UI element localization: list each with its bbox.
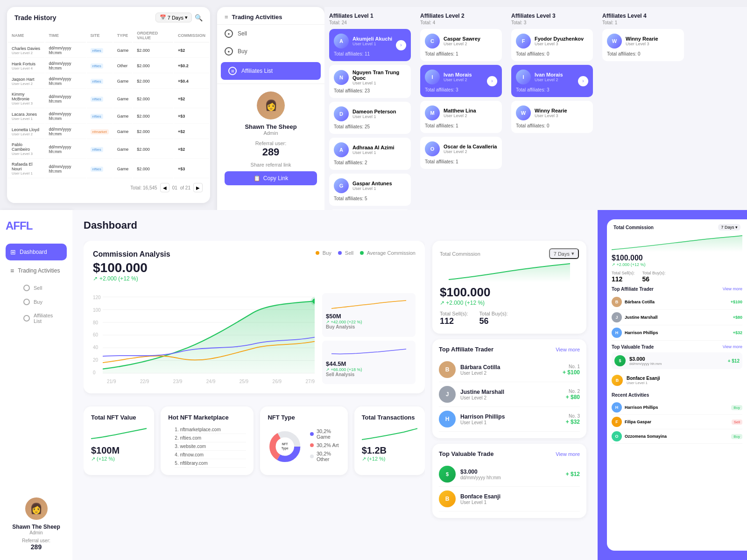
- nft-type-title: NFT Type: [268, 414, 340, 421]
- aff-name: Nguyen Tran Trung Quoc: [352, 70, 406, 81]
- table-row: Jaqson HartUser Level 2 dd/mm/yyyy hh:mm…: [8, 74, 209, 89]
- overlay-inner: Total Commission 7 Days ▾: [607, 219, 747, 551]
- aff-card[interactable]: W Winny Rearie User Level 3 Total affili…: [602, 29, 684, 61]
- aff-level: User Level 2: [444, 77, 472, 82]
- sidebar-item-sell[interactable]: Sell: [19, 281, 67, 295]
- aff-avatar: I: [425, 70, 440, 84]
- aff-card[interactable]: A Adhraaa Al Azimi User Level 1 Total af…: [329, 138, 411, 170]
- trader-rank-1: No. 2: [566, 389, 580, 394]
- table-row: Kimmy McBronieUser Level 3 dd/mm/yyyy hh…: [8, 90, 209, 108]
- calendar-filter-btn[interactable]: 📅 7 Days ▾: [155, 13, 192, 22]
- search-icon-btn[interactable]: 🔍: [195, 14, 203, 21]
- aff-name: Oscar de la Cavalleria: [444, 144, 497, 149]
- trader-level-1: User Level 2: [460, 395, 561, 400]
- table-row: Leonetta LloydUser Level 2 dd/mm/yyyy hh…: [8, 125, 209, 139]
- site-tag: nfties: [91, 114, 103, 119]
- commission-cell: +$0.2: [174, 59, 209, 73]
- sidebar-item-buy[interactable]: Buy: [19, 295, 67, 309]
- trader-commission-2: + $32: [566, 419, 580, 425]
- aff-card[interactable]: O Oscar de la Cavalleria User Level 2 To…: [420, 137, 502, 169]
- affiliates-icon: ⊞: [228, 67, 237, 75]
- menu-affiliates-list[interactable]: ⊞ Affiliates List: [221, 62, 321, 80]
- commission-value: $100.000: [93, 260, 170, 275]
- time-cell: dd/mm/yyyy hh:mm: [45, 109, 86, 124]
- aff-card[interactable]: M Matthew Lina User Level 2 Total affili…: [420, 101, 502, 133]
- page-title: Dashboard: [84, 219, 586, 231]
- sell-analysis-card: $44.5M ↗ +66.000 (+18 %) Sell Analysis: [322, 341, 416, 385]
- marketplace-item: 2. nfties.com: [175, 434, 246, 442]
- sidebar-trading-label: Trading Activities: [18, 267, 60, 274]
- trader-rank-2: No. 3: [566, 413, 580, 419]
- aff-total: Total affiliates: 0: [607, 51, 679, 56]
- aff-card[interactable]: C Caspar Sawrey User Level 2 Total affil…: [420, 29, 502, 61]
- next-page-btn[interactable]: ▶: [193, 183, 203, 192]
- top-trade-avatar: $: [439, 466, 456, 483]
- logo: AFFL: [6, 219, 67, 232]
- aff-card[interactable]: G Gaspar Antunes User Level 1 Total affi…: [329, 174, 411, 206]
- total-nft-value: $100M: [91, 445, 147, 456]
- commission-title: Commission Analysis: [93, 250, 170, 259]
- marketplace-list: 1. nftmarketplace.com2. nfties.com3. web…: [168, 426, 246, 468]
- aff-card[interactable]: I Ivan Morais User Level 2 Total affilia…: [511, 65, 593, 97]
- affiliates-level4-col: Affiliates Level 4 Total: 1 W Winny Rear…: [598, 7, 689, 217]
- overlay-view-more-traders[interactable]: View more: [723, 287, 742, 292]
- top-trader-view-more[interactable]: View more: [556, 347, 580, 352]
- sidebar-item-trading[interactable]: ≡ Trading Activities: [6, 262, 67, 279]
- period-selector[interactable]: 7 Days ▾: [549, 248, 579, 259]
- aff-card[interactable]: F Fyodor Dyuzhenkov User Level 3 Total a…: [511, 29, 593, 61]
- aff-card[interactable]: N Nguyen Tran Trung Quoc User Level 1 To…: [329, 65, 411, 98]
- aff-card[interactable]: D Dameon Peterson User Level 1 Total aff…: [329, 102, 411, 134]
- overlay-period-btn[interactable]: 7 Days ▾: [718, 224, 740, 231]
- trader-avatar-2: H: [439, 411, 456, 427]
- aff-name: Akumjeli Akuchi: [352, 36, 392, 42]
- aff-card[interactable]: W Winny Rearie User Level 3 Total affili…: [511, 101, 593, 133]
- activity-name-1: Filipa Gaspar: [625, 420, 729, 424]
- activity-action-1: Sell: [732, 420, 742, 425]
- aff-card[interactable]: A Akumjeli Akuchi User Level 1 Total aff…: [329, 29, 411, 61]
- aff-total: Total affiliates: 0: [516, 51, 588, 56]
- nft-row: Total NFT Value $100M ↗ (+12 %) Hot NFT …: [84, 406, 425, 475]
- menu-buy[interactable]: ● Buy: [217, 42, 324, 60]
- prev-page-btn[interactable]: ◀: [160, 183, 169, 192]
- time-cell: dd/mm/yyyy hh:mm: [45, 43, 86, 58]
- level4-title: Affiliates Level 4: [602, 13, 684, 19]
- affiliates-level2-col: Affiliates Level 2 Total: 4 C Caspar Saw…: [416, 7, 507, 217]
- top-trade-change: + $12: [566, 471, 580, 477]
- value-cell: $2.000: [133, 59, 173, 73]
- aff-level: User Level 3: [535, 113, 567, 118]
- commission-cell: +$3: [174, 160, 209, 178]
- aff-card[interactable]: I Ivan Morais User Level 2 Total affilia…: [420, 65, 502, 97]
- type-cell: Game: [113, 160, 133, 178]
- aff-total: Total affiliates: 1: [425, 51, 497, 56]
- aff-avatar: W: [516, 105, 531, 120]
- commission-cell: +$3: [174, 109, 209, 124]
- top-trade-view-more[interactable]: View more: [556, 451, 580, 457]
- overlay-view-more-trades[interactable]: View more: [723, 344, 742, 350]
- menu-sell[interactable]: ● Sell: [217, 25, 324, 42]
- buy-label: Buy: [238, 48, 247, 55]
- trader-level-0: User Level 2: [460, 371, 558, 376]
- total-commission-change: ↗ +2.000 (+12 %): [440, 300, 579, 306]
- table-row: Rafaeda El NouriUser Level 1 dd/mm/yyyy …: [8, 160, 209, 178]
- site-tag: nfties: [91, 167, 103, 172]
- total-buys-value: 56: [479, 316, 508, 326]
- overlay-buys-label: Total Buy(s):: [642, 271, 666, 275]
- sidebar-item-dashboard[interactable]: ⊞ Dashboard: [6, 244, 67, 260]
- aff-level: User Level 2: [444, 149, 497, 154]
- trader-name-cell: Lacara Jones: [12, 112, 41, 117]
- referral-value: 289: [225, 146, 317, 158]
- sidebar-item-affiliates[interactable]: Affiliates List: [19, 309, 67, 328]
- sell-sub-icon: [23, 285, 30, 291]
- marketplace-item: 1. nftmarketplace.com: [175, 426, 246, 434]
- time-cell: dd/mm/yyyy hh:mm: [45, 125, 86, 139]
- col-time: TIME: [45, 29, 86, 42]
- trader-commission-0: + $100: [563, 369, 580, 376]
- aff-total: Total affiliates: 0: [516, 123, 588, 128]
- copy-link-btn[interactable]: 📋 Copy Link: [225, 171, 317, 185]
- aff-level: User Level 1: [352, 150, 395, 155]
- overlay-trade-date: dd/mm/yyyy hh:mm: [629, 362, 724, 366]
- overlay-trader-avatar-2: H: [612, 328, 622, 338]
- aff-avatar: F: [516, 34, 531, 49]
- aff-avatar: N: [334, 70, 349, 85]
- affiliates-label: Affiliates List: [241, 68, 273, 74]
